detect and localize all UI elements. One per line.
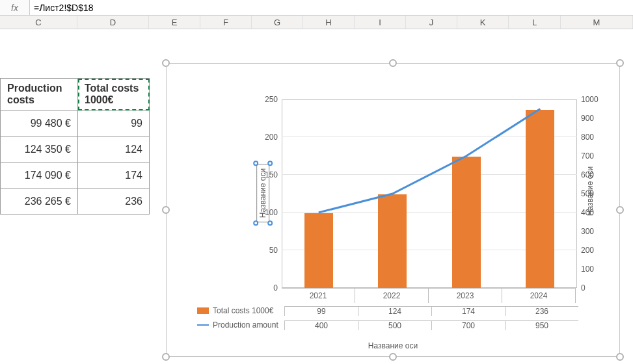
y2-tick: 100 bbox=[581, 265, 607, 274]
formula-input[interactable] bbox=[30, 0, 633, 15]
legend-line[interactable]: Production amount bbox=[195, 320, 284, 330]
table-row[interactable]: 236 265 €236 bbox=[1, 188, 150, 214]
dt-row-line: Production amount 400 500 700 950 bbox=[195, 318, 584, 332]
selection-handle[interactable] bbox=[267, 220, 273, 226]
x-tick: 2022 bbox=[355, 288, 429, 303]
y2-tick: 400 bbox=[581, 208, 607, 217]
cell[interactable]: 124 bbox=[78, 136, 150, 162]
y2-tick: 1000 bbox=[581, 95, 607, 104]
dt-cell: 99 bbox=[284, 306, 358, 316]
y-tick: 50 bbox=[252, 246, 278, 255]
y-tick: 100 bbox=[252, 208, 278, 217]
dt-cell: 950 bbox=[505, 320, 578, 330]
y2-tick: 200 bbox=[581, 246, 607, 255]
table-header-costs[interactable]: Production costs bbox=[1, 79, 78, 110]
y-tick: 200 bbox=[252, 133, 278, 142]
plot-area[interactable]: 0 50 100 150 200 250 0 100 200 300 400 5… bbox=[282, 99, 577, 288]
col-header-e[interactable]: E bbox=[149, 16, 200, 29]
y-tick: 150 bbox=[252, 170, 278, 179]
table-row[interactable]: 124 350 €124 bbox=[1, 136, 150, 162]
dt-cell: 236 bbox=[505, 306, 578, 316]
cell[interactable]: 99 bbox=[78, 110, 150, 136]
y-tick: 250 bbox=[252, 95, 278, 104]
x-tick: 2021 bbox=[282, 288, 355, 303]
chart-area[interactable]: Название оси Название оси Название оси bbox=[166, 63, 620, 357]
selection-handle[interactable] bbox=[253, 161, 258, 166]
cell[interactable]: 124 350 € bbox=[1, 136, 78, 162]
chart-object[interactable]: Название оси Название оси Название оси bbox=[161, 58, 625, 362]
col-header-d[interactable]: D bbox=[77, 16, 149, 29]
x-tick: 2024 bbox=[502, 288, 576, 303]
selection-handle[interactable] bbox=[267, 161, 273, 166]
spreadsheet-app: fx C D E F G H I J K L M Production cost… bbox=[0, 0, 633, 364]
table-header-total[interactable]: Total costs 1000€ bbox=[78, 79, 150, 110]
cell[interactable]: 236 bbox=[78, 188, 150, 214]
table-row[interactable]: 174 090 €174 bbox=[1, 162, 150, 188]
dt-cell: 124 bbox=[358, 306, 431, 316]
table-row[interactable]: 99 480 €99 bbox=[1, 110, 150, 136]
legend-bars[interactable]: Total costs 1000€ bbox=[195, 306, 284, 315]
y2-tick: 800 bbox=[581, 133, 607, 142]
legend-bars-label: Total costs 1000€ bbox=[213, 306, 273, 315]
col-header-m[interactable]: M bbox=[561, 16, 633, 29]
swatch-line-icon bbox=[197, 324, 209, 326]
col-header-j[interactable]: J bbox=[406, 16, 457, 29]
worksheet-area[interactable]: Production costs Total costs 1000€ 99 48… bbox=[0, 29, 633, 364]
dt-cell: 500 bbox=[358, 320, 431, 330]
chart-data-table: Total costs 1000€ 99 124 174 236 Product… bbox=[195, 304, 584, 332]
y2-tick: 500 bbox=[581, 189, 607, 198]
dt-cell: 174 bbox=[431, 306, 505, 316]
formula-bar: fx bbox=[0, 0, 633, 16]
col-header-i[interactable]: I bbox=[355, 16, 406, 29]
col-header-k[interactable]: K bbox=[457, 16, 509, 29]
col-header-g[interactable]: G bbox=[252, 16, 303, 29]
cell[interactable]: 99 480 € bbox=[1, 110, 78, 136]
y2-tick: 600 bbox=[581, 170, 607, 179]
line-series[interactable] bbox=[282, 99, 577, 288]
y2-tick: 900 bbox=[581, 114, 607, 123]
col-header-f[interactable]: F bbox=[200, 16, 252, 29]
cell[interactable]: 236 265 € bbox=[1, 188, 78, 214]
y2-tick: 0 bbox=[581, 283, 607, 292]
axis-title-bottom[interactable]: Название оси bbox=[166, 341, 620, 350]
y-tick: 0 bbox=[252, 283, 278, 292]
cell[interactable]: 174 090 € bbox=[1, 162, 78, 188]
col-header-l[interactable]: L bbox=[509, 16, 561, 29]
fx-icon[interactable]: fx bbox=[0, 0, 30, 15]
data-table: Production costs Total costs 1000€ 99 48… bbox=[0, 78, 150, 214]
selection-handle[interactable] bbox=[253, 220, 258, 226]
x-tick: 2023 bbox=[429, 288, 502, 303]
y2-tick: 300 bbox=[581, 227, 607, 236]
col-header-h[interactable]: H bbox=[303, 16, 355, 29]
column-headers: C D E F G H I J K L M bbox=[0, 16, 633, 29]
dt-row-bars: Total costs 1000€ 99 124 174 236 bbox=[195, 304, 584, 318]
dt-cell: 700 bbox=[431, 320, 505, 330]
y2-tick: 700 bbox=[581, 151, 607, 161]
swatch-bar-icon bbox=[197, 307, 209, 314]
col-header-c[interactable]: C bbox=[0, 16, 77, 29]
dt-cell: 400 bbox=[284, 320, 358, 330]
cell[interactable]: 174 bbox=[78, 162, 150, 188]
legend-line-label: Production amount bbox=[213, 320, 278, 330]
